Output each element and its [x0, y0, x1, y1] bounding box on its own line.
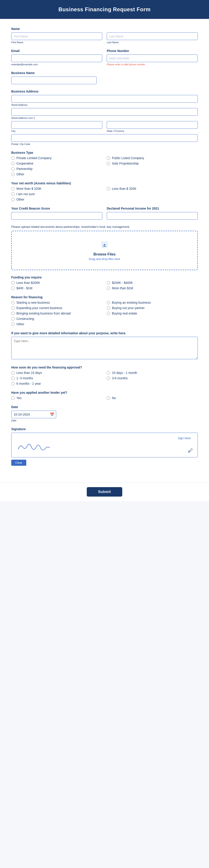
- reason-expand[interactable]: Expanding your current business: [11, 306, 102, 310]
- approval-radio-1-3months[interactable]: [11, 377, 14, 380]
- net-worth-radio-more[interactable]: [11, 187, 14, 190]
- street-address-input[interactable]: [11, 95, 198, 103]
- business-type-cooperative[interactable]: Cooperative: [11, 162, 102, 165]
- state-helper: State / Province: [107, 130, 198, 132]
- email-input[interactable]: [11, 55, 102, 62]
- clear-signature-button[interactable]: Clear: [11, 460, 26, 466]
- city-input[interactable]: [11, 121, 102, 129]
- approval-15days[interactable]: Less than 15 days: [11, 371, 102, 375]
- signature-area[interactable]: Sign Here 🖊: [11, 433, 198, 457]
- personal-income-label: Declared Personal Income for 2021: [107, 207, 198, 210]
- net-worth-col-left: More than $ 320K I am not sure Other: [11, 187, 102, 201]
- funding-less200[interactable]: Less than $200K: [11, 281, 102, 284]
- first-name-input[interactable]: [11, 32, 102, 40]
- street-address2-input[interactable]: [11, 108, 198, 116]
- browse-files-label: Browse Files: [16, 252, 193, 256]
- submit-button[interactable]: Submit: [87, 487, 122, 497]
- reason-buyout[interactable]: Buying out your partner: [107, 306, 198, 310]
- state-col: State / Province: [107, 121, 198, 132]
- business-type-col-left: Private Limited Company Cooperative Part…: [11, 156, 102, 176]
- date-input[interactable]: [11, 411, 56, 418]
- business-type-radio-partnership[interactable]: [11, 167, 14, 170]
- business-type-radio-other[interactable]: [11, 173, 14, 176]
- reason-buy-biz[interactable]: Buying an existing business: [107, 301, 198, 304]
- lender-radio-no[interactable]: [107, 396, 110, 400]
- name-label: Name: [11, 27, 198, 31]
- personal-income-input[interactable]: [107, 212, 198, 220]
- funding-200-400[interactable]: $200K - $400K: [107, 281, 198, 284]
- business-name-input[interactable]: [11, 76, 97, 84]
- last-name-input[interactable]: [107, 32, 198, 40]
- credit-score-input[interactable]: [11, 212, 102, 220]
- city-col: City: [11, 121, 102, 132]
- date-label: Date: [11, 405, 198, 409]
- funding-radio-200-400[interactable]: [107, 281, 110, 284]
- name-section: Name First Name Last Name: [11, 27, 198, 44]
- reason-other[interactable]: Other: [11, 322, 102, 326]
- reason-radio-other[interactable]: [11, 322, 14, 326]
- street-address2-helper: Street Address Line 2: [11, 117, 198, 119]
- reason-radio-buy-biz[interactable]: [107, 301, 110, 304]
- lender-radio-yes[interactable]: [11, 396, 14, 400]
- phone-col: Phone Number Please enter a valid phone …: [107, 49, 198, 66]
- business-type-private[interactable]: Private Limited Company: [11, 156, 102, 160]
- net-worth-not-sure[interactable]: I am not sure: [11, 192, 102, 196]
- email-label: Email: [11, 49, 102, 53]
- business-type-radio-sole[interactable]: [107, 162, 110, 165]
- funding-400-1m[interactable]: $400 - $1M: [11, 286, 102, 290]
- reason-col-right: Buying an existing business Buying out y…: [107, 301, 198, 326]
- business-type-radio-cooperative[interactable]: [11, 162, 14, 165]
- approval-6m-1y[interactable]: 6 months - 1 year: [11, 382, 102, 385]
- date-input-wrapper: 📅: [11, 411, 56, 418]
- reason-abroad[interactable]: Bringing existing business from abroad: [11, 312, 102, 315]
- upload-icon: [16, 240, 193, 250]
- state-input[interactable]: [107, 121, 198, 129]
- zip-input[interactable]: [11, 134, 198, 142]
- funding-more1m[interactable]: More than $1M: [107, 286, 198, 290]
- business-type-public[interactable]: Public Listed Company: [107, 156, 198, 160]
- net-worth-other[interactable]: Other: [11, 198, 102, 201]
- reason-radio-construct[interactable]: [11, 317, 14, 320]
- zip-helper: Postal / Zip Code: [11, 143, 198, 146]
- reason-radio-expand[interactable]: [11, 306, 14, 310]
- reason-new-biz[interactable]: Starting a new business: [11, 301, 102, 304]
- funding-radio-more1m[interactable]: [107, 286, 110, 290]
- approval-radio-3-6months[interactable]: [107, 377, 110, 380]
- phone-input[interactable]: [107, 55, 198, 62]
- approval-1-3months[interactable]: 1 -3 months: [11, 376, 102, 380]
- lender-yes[interactable]: Yes: [11, 396, 102, 400]
- business-type-sole[interactable]: Sole Proprietorship: [107, 162, 198, 165]
- lender-col-right: No: [107, 396, 198, 400]
- file-upload-area[interactable]: Browse Files Drag and drop files here: [11, 231, 198, 270]
- upload-section: Please upload related documents about pa…: [11, 225, 198, 270]
- net-worth-radio-other[interactable]: [11, 198, 14, 201]
- reason-real-estate[interactable]: Buying real estate: [107, 312, 198, 315]
- business-type-other[interactable]: Other: [11, 173, 102, 176]
- city-helper: City: [11, 130, 102, 132]
- approval-radio-15days-1month[interactable]: [107, 371, 110, 375]
- reason-radio-abroad[interactable]: [11, 312, 14, 315]
- reason-radio-buyout[interactable]: [107, 306, 110, 310]
- business-type-radio-public[interactable]: [107, 156, 110, 160]
- reason-construct[interactable]: Constructing: [11, 317, 102, 320]
- funding-section: Funding you require Less than $200K $400…: [11, 276, 198, 290]
- net-worth-radio-not-sure[interactable]: [11, 192, 14, 196]
- net-worth-more[interactable]: More than $ 320K: [11, 187, 102, 190]
- purpose-label: If you want to give more detailed inform…: [11, 331, 198, 335]
- lender-no[interactable]: No: [107, 396, 198, 400]
- approval-radio-15days[interactable]: [11, 371, 14, 375]
- approval-radio-6m-1y[interactable]: [11, 382, 14, 385]
- purpose-textarea[interactable]: [11, 337, 198, 359]
- net-worth-section: Your net worth (Assets minus liabilities…: [11, 181, 198, 201]
- sign-here-text: Sign Here: [178, 436, 191, 440]
- net-worth-radio-less[interactable]: [107, 187, 110, 190]
- business-type-partnership[interactable]: Partnership: [11, 167, 102, 170]
- approval-3-6months[interactable]: 3-6 months: [107, 376, 198, 380]
- net-worth-less[interactable]: Less than $ 320K: [107, 187, 198, 190]
- reason-radio-real-estate[interactable]: [107, 312, 110, 315]
- funding-radio-less200[interactable]: [11, 281, 14, 284]
- reason-radio-new-biz[interactable]: [11, 301, 14, 304]
- approval-15days-1month[interactable]: 15 days - 1 month: [107, 371, 198, 375]
- funding-radio-400-1m[interactable]: [11, 286, 14, 290]
- business-type-radio-private[interactable]: [11, 156, 14, 160]
